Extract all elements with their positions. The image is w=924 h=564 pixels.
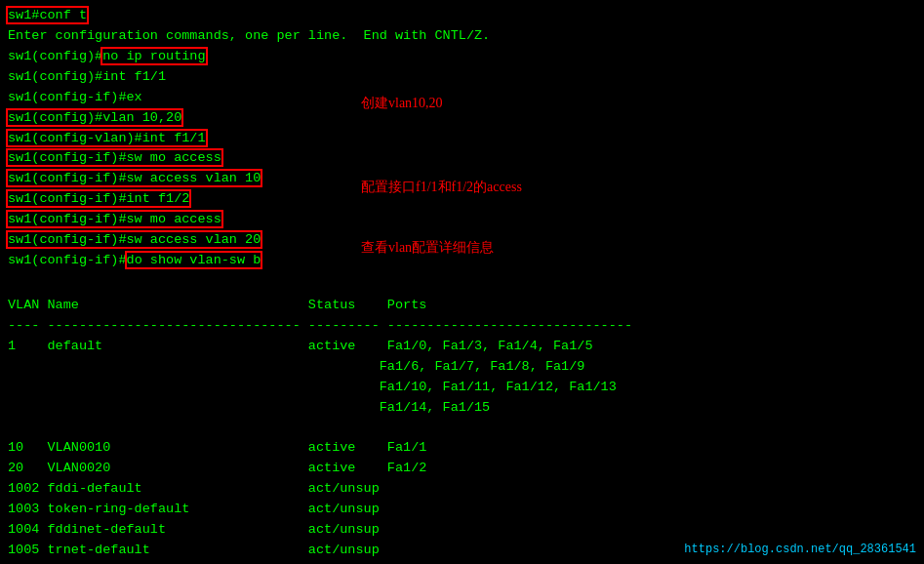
annotation-show-vlan: 查看vlan配置详细信息 [361, 239, 494, 257]
highlight-conf-t: sw1#conf t [8, 8, 87, 22]
table-row-1002: 1002 fddi-default act/unsup [8, 479, 916, 500]
terminal-line-1: sw1#conf t [8, 6, 916, 26]
watermark: https://blog.csdn.net/qq_28361541 [684, 543, 916, 556]
highlight-vlan-start: sw1(config)#vlan 10,20 [8, 110, 181, 125]
table-row-1b: Fa1/6, Fa1/7, Fa1/8, Fa1/9 [8, 357, 916, 378]
terminal-container: sw1#conf t Enter configuration commands,… [0, 0, 924, 564]
highlight-no-ip-routing: no ip routing [102, 49, 205, 63]
table-row-1d: Fa1/14, Fa1/15 [8, 398, 916, 419]
annotation-access-config: 配置接口f1/1和f1/2的access [361, 179, 522, 196]
terminal-line-8: sw1(config-if)#sw mo access [8, 148, 916, 169]
table-row-1004: 1004 fddinet-default act/unsup [8, 520, 916, 541]
table-row-1003: 1003 token-ring-default act/unsup [8, 500, 916, 520]
highlight-sw-mo-access-1: sw1(config-if)#sw mo access [8, 150, 221, 165]
highlight-sw-mo-access-2: sw1(config-if)#sw mo access [8, 212, 221, 226]
table-row-1: 1 default active Fa1/0, Fa1/3, Fa1/4, Fa… [8, 337, 916, 357]
highlight-sw-access-vlan10: sw1(config-if)#sw access vlan 10 [8, 171, 261, 185]
table-row-blank [8, 418, 916, 438]
terminal-line-6: sw1(config)#vlan 10,20 [8, 108, 916, 129]
highlight-int-f1-2: sw1(config-if)#int f1/2 [8, 191, 189, 206]
table-row-20: 20 VLAN0020 active Fa1/2 [8, 459, 916, 479]
terminal-line-7: sw1(config-vlan)#int f1/1 [8, 129, 916, 149]
terminal-line-5: sw1(config-if)#ex [8, 88, 916, 108]
terminal-line-11: sw1(config-if)#sw mo access [8, 210, 916, 230]
vlan-table: VLAN Name Status Ports ---- ------------… [8, 275, 916, 561]
terminal-line-2: Enter configuration commands, one per li… [8, 26, 916, 47]
terminal-line-3: sw1(config)#no ip routing [8, 47, 916, 67]
table-separator: ---- -------------------------------- --… [8, 316, 916, 337]
highlight-sw-access-vlan20: sw1(config-if)#sw access vlan 20 [8, 232, 261, 247]
highlight-do-show-vlan: do show vlan-sw b [127, 253, 261, 267]
table-row-1c: Fa1/10, Fa1/11, Fa1/12, Fa1/13 [8, 378, 916, 398]
highlight-int-f1-1: sw1(config-vlan)#int f1/1 [8, 131, 206, 145]
table-header: VLAN Name Status Ports [8, 275, 916, 316]
annotation-vlan-create: 创建vlan10,20 [361, 95, 443, 112]
table-row-10: 10 VLAN0010 active Fa1/1 [8, 438, 916, 459]
terminal-line-4: sw1(config)#int f1/1 [8, 67, 916, 88]
